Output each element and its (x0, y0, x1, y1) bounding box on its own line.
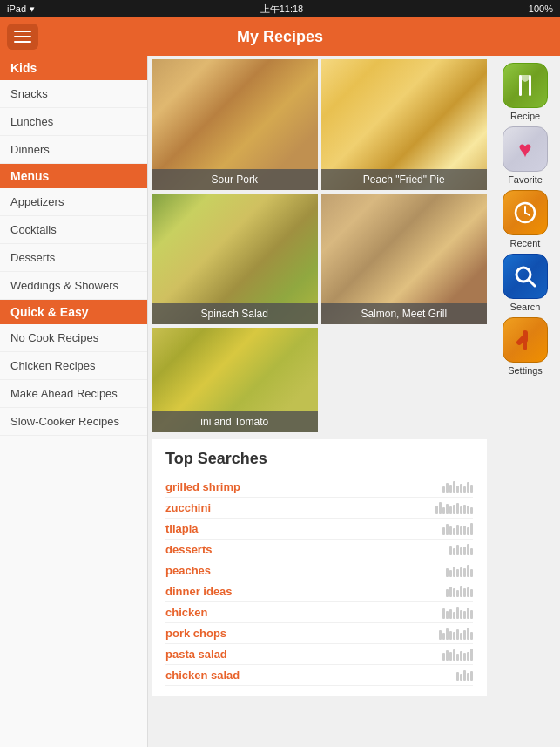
bar-seg (460, 484, 462, 493)
search-item-desserts[interactable]: desserts (165, 540, 473, 560)
bar-seg (435, 506, 438, 514)
bar-seg (446, 504, 449, 514)
bar-seg (442, 633, 445, 640)
bar-seg (467, 652, 469, 661)
bar-seg (449, 631, 452, 640)
bar-seg (456, 525, 459, 535)
right-sidebar: Recipe ♥ Favorite Recent (490, 56, 560, 747)
search-item-zucchini[interactable]: zucchini (165, 498, 473, 519)
bar-seg (460, 586, 462, 597)
bar-seg (470, 485, 473, 493)
status-left: iPad ▾ (7, 3, 35, 15)
search-item-dinner-ideas[interactable]: dinner ideas (165, 581, 473, 602)
sidebar-item-desserts[interactable]: Desserts (0, 244, 147, 272)
bar-seg (456, 654, 459, 661)
sidebar-item-chicken-recipes[interactable]: Chicken Recipes (0, 352, 147, 380)
search-term-desserts: desserts (165, 543, 212, 556)
search-term-dinner-ideas: dinner ideas (165, 585, 233, 598)
bar-seg (449, 587, 452, 597)
bar-seg (442, 507, 445, 514)
bar-seg (463, 486, 466, 493)
favorite-button[interactable]: ♥ Favorite (497, 126, 553, 185)
search-item-pork-chops[interactable]: pork chops (165, 623, 473, 644)
recent-icon (503, 190, 548, 235)
bar-seg (467, 673, 469, 681)
sidebar-item-appetizers[interactable]: Appetizers (0, 188, 147, 216)
bar-seg (439, 502, 442, 514)
bar-seg (467, 482, 469, 493)
bar-seg (453, 632, 455, 640)
bar-seg (460, 547, 462, 555)
bar-seg (463, 611, 466, 619)
hamburger-line-1 (14, 31, 31, 32)
search-term-peaches: peaches (165, 564, 211, 577)
menu-button[interactable] (7, 24, 38, 50)
bar-seg (446, 650, 449, 661)
sidebar-item-slow-cooker[interactable]: Slow-Cooker Recipes (0, 408, 147, 436)
search-label: Search (510, 302, 541, 312)
sidebar-item-cocktails[interactable]: Cocktails (0, 216, 147, 244)
settings-button[interactable]: Settings (497, 317, 553, 376)
wifi-icon: ▾ (30, 3, 35, 15)
bar-seg (449, 609, 452, 619)
recipe-row-3: ini and Tomato (148, 328, 490, 436)
status-right: 100% (529, 3, 553, 14)
search-item-grilled-shrimp[interactable]: grilled shrimp (165, 477, 473, 498)
sidebar-item-dinners[interactable]: Dinners (0, 136, 147, 164)
bar-seg (456, 545, 459, 555)
hamburger-icon (14, 31, 31, 43)
bar-seg (470, 589, 473, 597)
bar-seg (453, 588, 455, 597)
sidebar-item-no-cook[interactable]: No Cook Recipes (0, 324, 147, 352)
recipe-card-sour-pork[interactable]: Sour Pork (152, 59, 318, 190)
settings-icon (503, 317, 548, 363)
recent-button[interactable]: Recent (497, 190, 553, 248)
top-searches-title: Top Searches (165, 450, 473, 468)
search-bar-visual-5 (446, 586, 473, 597)
recipe-card-tomato[interactable]: ini and Tomato (152, 328, 318, 432)
bar-seg (456, 672, 459, 681)
search-item-peaches[interactable]: peaches (165, 560, 473, 581)
recipe-label-spinach-salad: Spinach Salad (152, 303, 318, 324)
bar-seg (470, 610, 473, 619)
recipe-card-salmon[interactable]: Salmon, Meet Grill (321, 194, 488, 324)
search-item-chicken-salad[interactable]: chicken salad (165, 665, 473, 686)
sidebar-item-snacks[interactable]: Snacks (0, 80, 147, 108)
bar-seg (446, 568, 449, 577)
bar-seg (460, 674, 462, 681)
search-term-grilled-shrimp: grilled shrimp (165, 480, 240, 493)
recipe-card-spinach-salad[interactable]: Spinach Salad (152, 194, 318, 324)
search-term-zucchini: zucchini (165, 501, 211, 514)
sidebar-item-lunches[interactable]: Lunches (0, 108, 147, 136)
bar-seg (467, 565, 469, 577)
recipe-button[interactable]: Recipe (497, 63, 553, 121)
main-layout: Kids Snacks Lunches Dinners Menus Appeti… (0, 56, 560, 747)
hamburger-line-2 (14, 36, 31, 37)
search-bar-visual-6 (442, 607, 473, 619)
recipe-card-placeholder (321, 328, 488, 432)
bar-seg (439, 630, 442, 640)
bar-seg (460, 526, 462, 535)
search-bar-visual-4 (446, 565, 473, 577)
bar-seg (467, 587, 469, 597)
bar-seg (460, 633, 462, 640)
recipe-label-salmon: Salmon, Meet Grill (321, 303, 488, 324)
search-button[interactable]: Search (497, 254, 553, 312)
sidebar-item-weddings-showers[interactable]: Weddings & Showers (0, 272, 147, 300)
bar-seg (456, 590, 459, 597)
search-item-chicken[interactable]: chicken (165, 602, 473, 623)
bar-seg (453, 567, 455, 577)
recipe-label-peach-pie: Peach "Fried" Pie (321, 169, 488, 190)
bar-seg (456, 607, 459, 619)
search-item-tilapia[interactable]: tilapia (165, 519, 473, 540)
bar-seg (446, 483, 449, 493)
search-item-pasta-salad[interactable]: pasta salad (165, 644, 473, 665)
status-time: 上午11:18 (260, 3, 304, 16)
sidebar-item-make-ahead[interactable]: Make Ahead Recipes (0, 380, 147, 408)
bar-seg (470, 523, 473, 535)
bar-seg (467, 544, 469, 555)
recipe-card-peach-pie[interactable]: Peach "Fried" Pie (321, 59, 488, 190)
search-bar-visual-7 (439, 628, 473, 640)
bar-seg (470, 671, 473, 681)
recipe-label-sour-pork: Sour Pork (152, 169, 318, 190)
